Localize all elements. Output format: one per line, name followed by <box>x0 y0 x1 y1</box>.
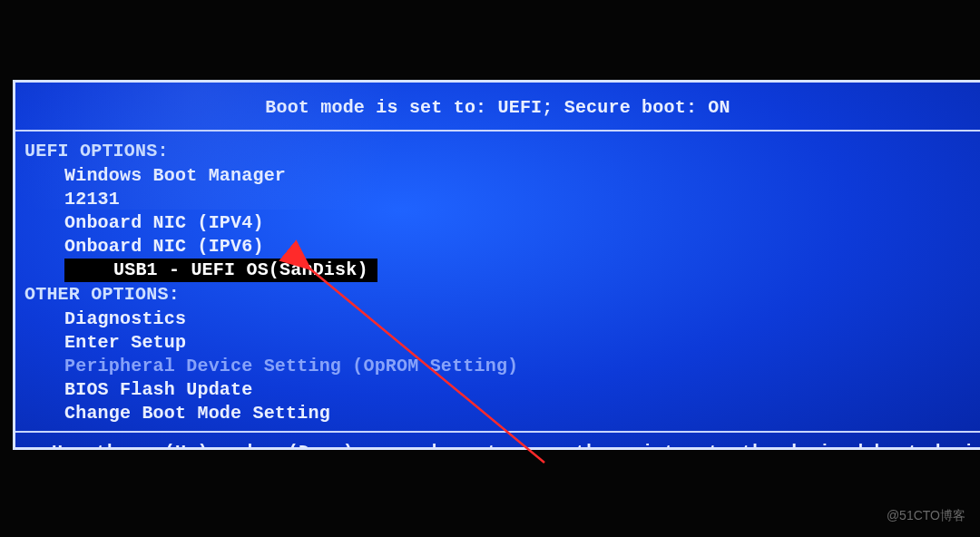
option-label: Diagnostics <box>64 308 186 329</box>
option-label: USB1 - UEFI OS(SanDisk) <box>113 259 368 280</box>
boot-mode-status: Boot mode is set to: UEFI; Secure boot: … <box>265 97 730 118</box>
footer-text: Use the <box>52 442 141 450</box>
uefi-option-windows-boot-manager[interactable]: Windows Boot Manager <box>15 164 980 188</box>
option-label: Onboard NIC (IPV6) <box>64 236 264 257</box>
boot-options-body: UEFI OPTIONS: Windows Boot Manager 12131… <box>15 132 980 431</box>
footer-line-1: Use the ↑ (Up) and ↓ (Down) arrow keys t… <box>28 442 967 450</box>
screenshot-frame: Boot mode is set to: UEFI; Secure boot: … <box>0 0 980 537</box>
other-option-diagnostics[interactable]: Diagnostics <box>15 308 980 331</box>
down-arrow-icon: ↓ <box>264 442 277 450</box>
option-label: 12131 <box>64 189 120 210</box>
uefi-option-onboard-nic-ipv6[interactable]: Onboard NIC (IPV6) <box>15 235 980 259</box>
footer-text: (Down) arrow keys to move the pointer to… <box>277 442 980 450</box>
boot-header: Boot mode is set to: UEFI; Secure boot: … <box>15 83 980 132</box>
option-label: Enter Setup <box>64 332 186 353</box>
watermark-text: @51CTO博客 <box>887 508 965 524</box>
up-arrow-icon: ↑ <box>141 442 153 450</box>
uefi-option-usb1-sandisk[interactable]: USB1 - UEFI OS(SanDisk) <box>64 259 377 282</box>
other-option-change-boot-mode[interactable]: Change Boot Mode Setting <box>15 402 980 425</box>
option-label: Windows Boot Manager <box>64 165 286 186</box>
option-label: Peripheral Device Setting (OpROM Setting… <box>64 356 518 376</box>
bios-boot-menu: Boot mode is set to: UEFI; Secure boot: … <box>13 80 980 450</box>
other-options-title: OTHER OPTIONS: <box>15 282 980 308</box>
uefi-option-onboard-nic-ipv4[interactable]: Onboard NIC (IPV4) <box>15 211 980 235</box>
other-option-enter-setup[interactable]: Enter Setup <box>15 331 980 355</box>
option-label: Onboard NIC (IPV4) <box>64 212 264 233</box>
other-option-peripheral-device-setting[interactable]: Peripheral Device Setting (OpROM Setting… <box>15 355 980 378</box>
option-label: BIOS Flash Update <box>64 379 252 400</box>
uefi-option-12131[interactable]: 12131 <box>15 188 980 211</box>
option-label: Change Boot Mode Setting <box>64 403 330 424</box>
boot-footer: Use the ↑ (Up) and ↓ (Down) arrow keys t… <box>15 431 980 450</box>
footer-text: (Up) and <box>153 442 264 450</box>
uefi-options-title: UEFI OPTIONS: <box>15 139 980 164</box>
other-option-bios-flash-update[interactable]: BIOS Flash Update <box>15 378 980 402</box>
